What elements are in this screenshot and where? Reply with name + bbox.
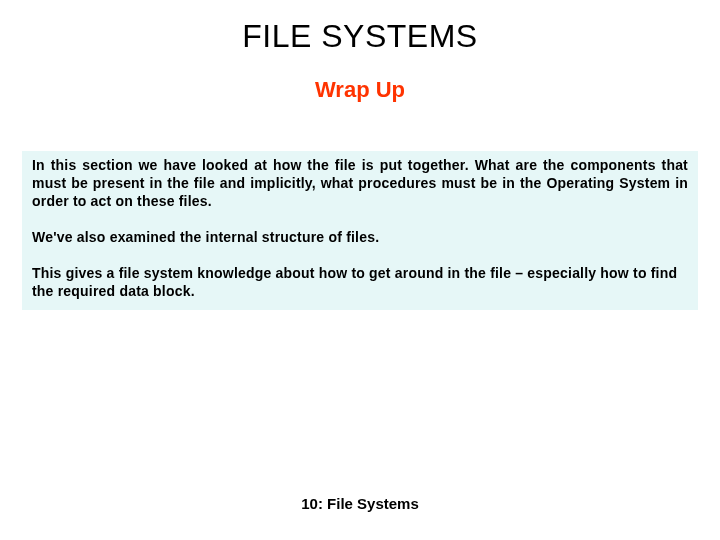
page-subtitle: Wrap Up bbox=[0, 77, 720, 103]
content-block: In this section we have looked at how th… bbox=[22, 151, 698, 310]
paragraph: We've also examined the internal structu… bbox=[32, 229, 688, 247]
slide-footer: 10: File Systems bbox=[0, 495, 720, 512]
paragraph: This gives a file system knowledge about… bbox=[32, 265, 688, 301]
page-title: FILE SYSTEMS bbox=[0, 18, 720, 55]
paragraph: In this section we have looked at how th… bbox=[32, 157, 688, 211]
